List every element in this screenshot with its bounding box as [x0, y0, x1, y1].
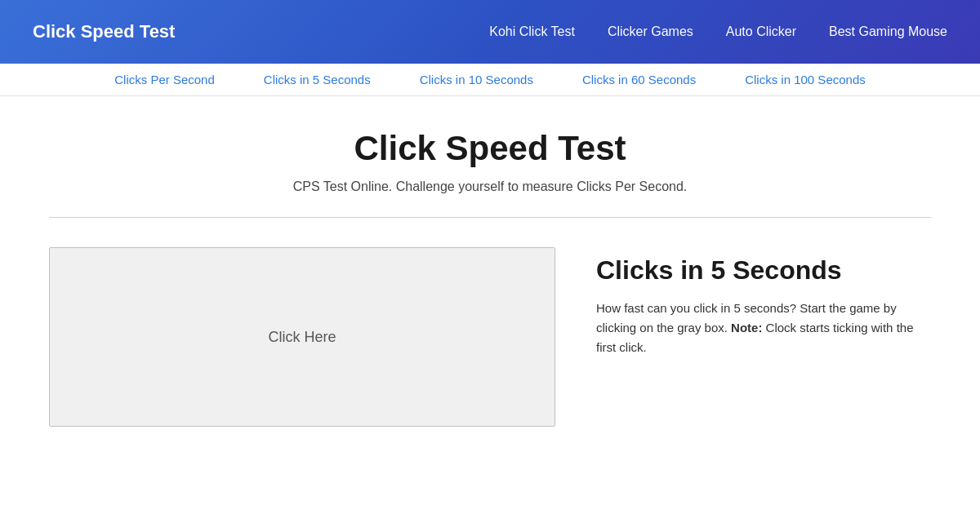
click-box[interactable]: Click Here — [49, 247, 555, 427]
navbar-link-item: Best Gaming Mouse — [829, 24, 947, 39]
navbar-brand[interactable]: Click Speed Test — [33, 21, 175, 42]
clicks-per-second-tab[interactable]: Clicks Per Second — [114, 73, 215, 86]
side-info-title: Clicks in 5 Seconds — [596, 255, 931, 286]
click-box-label: Click Here — [268, 329, 336, 346]
page-subtitle: CPS Test Online. Challenge yourself to m… — [49, 179, 931, 194]
click-box-container: Click Here — [49, 247, 555, 427]
best-gaming-mouse-link[interactable]: Best Gaming Mouse — [829, 24, 947, 38]
page-title: Click Speed Test — [49, 129, 931, 168]
description-note-label: Note: — [731, 321, 762, 335]
navbar-link-item: Clicker Games — [608, 24, 693, 39]
navbar-link-item: Auto Clicker — [726, 24, 796, 39]
main-content: Click Speed Test CPS Test Online. Challe… — [0, 96, 980, 443]
navbar-links: Kohi Click Test Clicker Games Auto Click… — [489, 24, 947, 39]
navbar: Click Speed Test Kohi Click Test Clicker… — [0, 0, 980, 64]
side-info-description: How fast can you click in 5 seconds? Sta… — [596, 299, 931, 357]
navbar-link-item: Kohi Click Test — [489, 24, 575, 39]
clicker-games-link[interactable]: Clicker Games — [608, 24, 693, 38]
kohi-click-test-link[interactable]: Kohi Click Test — [489, 24, 575, 38]
content-divider — [49, 217, 931, 218]
clicks-in-5-seconds-tab[interactable]: Clicks in 5 Seconds — [264, 73, 371, 86]
auto-clicker-link[interactable]: Auto Clicker — [726, 24, 796, 38]
clicks-in-100-seconds-tab[interactable]: Clicks in 100 Seconds — [745, 73, 866, 86]
clicks-in-10-seconds-tab[interactable]: Clicks in 10 Seconds — [420, 73, 533, 86]
content-area: Click Here Clicks in 5 Seconds How fast … — [49, 247, 931, 427]
clicks-in-60-seconds-tab[interactable]: Clicks in 60 Seconds — [582, 73, 696, 86]
sub-navbar: Clicks Per Second Clicks in 5 Seconds Cl… — [0, 64, 980, 96]
side-info: Clicks in 5 Seconds How fast can you cli… — [596, 247, 931, 357]
